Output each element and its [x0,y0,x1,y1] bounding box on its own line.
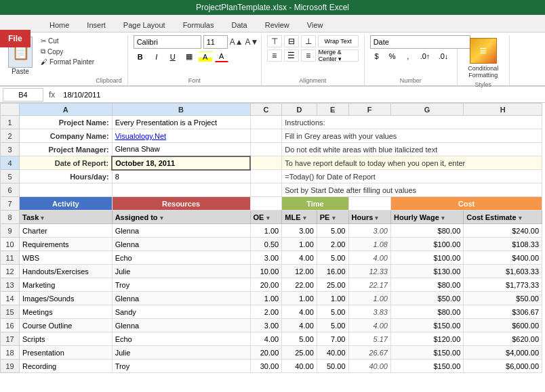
cut-button[interactable]: ✂ Cut [39,37,96,45]
merge-center-button[interactable]: Merge & Center ▾ [318,49,359,62]
function-icon[interactable]: fx [46,90,58,100]
cell-mle-12[interactable]: 12.00 [282,265,317,278]
cell-b5[interactable]: 8 [112,170,250,183]
cell-pe-14[interactable]: 1.00 [317,292,348,305]
cell-b1[interactable]: Every Presentation is a Project [112,116,250,129]
cell-activity-header[interactable]: Activity [20,197,113,211]
cell-d5[interactable]: =Today() for Date of Report [282,170,542,183]
cell-hours-9[interactable]: 3.00 [348,224,390,238]
cell-wage-15[interactable]: $80.00 [390,305,463,319]
cell-oe-18[interactable]: 20.00 [250,346,282,360]
cell-pe-9[interactable]: 5.00 [317,224,348,238]
cell-oe-17[interactable]: 4.00 [250,332,282,346]
cell-wage-10[interactable]: $100.00 [390,238,463,251]
cell-oe-11[interactable]: 3.00 [250,251,282,265]
col-header-e[interactable]: E [317,104,348,116]
cell-wage-17[interactable]: $120.00 [390,332,463,346]
cell-a6[interactable] [20,183,113,197]
align-right-button[interactable]: ≡ [301,49,316,62]
cell-a2[interactable]: Company Name: [20,129,113,143]
cell-pe-11[interactable]: 5.00 [317,251,348,265]
align-center-button[interactable]: ☰ [284,49,299,62]
oe-filter-icon[interactable]: ▾ [266,215,270,221]
cell-b3[interactable]: Glenna Shaw [112,143,250,156]
percent-button[interactable]: % [386,51,399,62]
cell-assigned-14[interactable]: Glenna [112,292,250,305]
cell-a4[interactable]: Date of Report: [20,156,113,170]
cell-task-11[interactable]: WBS [20,251,113,265]
cell-wage-16[interactable]: $150.00 [390,319,463,332]
cell-c1[interactable] [250,116,282,129]
font-size-decrease[interactable]: A▼ [245,37,259,47]
cell-assigned-19[interactable]: Troy [112,360,250,373]
col-header-c[interactable]: C [250,104,282,116]
cell-time-header[interactable]: Time [282,197,348,211]
number-format-input[interactable] [370,35,470,49]
cell-assigned-12[interactable]: Julie [112,265,250,278]
mle-filter-icon[interactable]: ▾ [303,215,306,221]
cell-assigned-header[interactable]: Assigned to ▾ [112,211,250,224]
cell-mle-18[interactable]: 25.00 [282,346,317,360]
cell-wage-13[interactable]: $80.00 [390,278,463,292]
file-button[interactable]: File [0,30,31,47]
cell-cost-13[interactable]: $1,773.33 [464,278,542,292]
cell-reference-box[interactable] [3,88,43,102]
cell-c5[interactable] [250,170,282,183]
cell-task-12[interactable]: Handouts/Exercises [20,265,113,278]
cell-resources-header[interactable]: Resources [112,197,250,211]
cell-hours-18[interactable]: 26.67 [348,346,390,360]
cell-hours-11[interactable]: 4.00 [348,251,390,265]
wage-filter-icon[interactable]: ▾ [441,215,445,221]
copy-button[interactable]: ⧉ Copy [39,47,96,56]
cell-oe-10[interactable]: 0.50 [250,238,282,251]
cell-cost-9[interactable]: $240.00 [464,224,542,238]
cell-mle-19[interactable]: 40.00 [282,360,317,373]
cell-mle-13[interactable]: 22.00 [282,278,317,292]
cell-hours-10[interactable]: 1.08 [348,238,390,251]
cell-wage-11[interactable]: $100.00 [390,251,463,265]
cell-cost-10[interactable]: $108.33 [464,238,542,251]
cell-task-18[interactable]: Presentation [20,346,113,360]
cell-mle-16[interactable]: 4.00 [282,319,317,332]
decrease-decimal-button[interactable]: .0↓ [435,51,451,62]
cell-d1[interactable]: Instructions: [282,116,542,129]
cell-d6[interactable]: Sort by Start Date after filling out val… [282,183,542,197]
cell-mle-14[interactable]: 1.00 [282,292,317,305]
col-header-a[interactable]: A [20,104,113,116]
cell-hours-16[interactable]: 4.00 [348,319,390,332]
cell-hours-19[interactable]: 40.00 [348,360,390,373]
cell-assigned-16[interactable]: Glenna [112,319,250,332]
tab-view[interactable]: View [298,18,332,32]
wrap-text-button[interactable]: Wrap Text [318,35,359,47]
currency-button[interactable]: $ [370,51,384,62]
col-header-h[interactable]: H [464,104,542,116]
italic-button[interactable]: I [150,51,163,62]
cell-mle-10[interactable]: 1.00 [282,238,317,251]
font-name-input[interactable] [134,35,201,49]
col-header-b[interactable]: B [112,104,250,116]
cell-f7[interactable] [348,197,390,211]
cell-pe-10[interactable]: 2.00 [317,238,348,251]
cell-mle-9[interactable]: 3.00 [282,224,317,238]
cell-c6[interactable] [250,183,282,197]
cell-hours-14[interactable]: 1.00 [348,292,390,305]
cell-mle-15[interactable]: 4.00 [282,305,317,319]
cell-task-13[interactable]: Marketing [20,278,113,292]
cell-cost-header[interactable]: Cost [390,197,542,211]
tab-insert[interactable]: Insert [78,18,115,32]
align-middle-button[interactable]: ⊟ [284,35,299,47]
cell-task-14[interactable]: Images/Sounds [20,292,113,305]
cell-oe-header[interactable]: OE ▾ [250,211,282,224]
cell-hours-13[interactable]: 22.17 [348,278,390,292]
cell-task-16[interactable]: Course Outline [20,319,113,332]
cell-task-9[interactable]: Charter [20,224,113,238]
cell-assigned-13[interactable]: Troy [112,278,250,292]
cell-cost-11[interactable]: $400.00 [464,251,542,265]
tab-data[interactable]: Data [222,18,256,32]
fill-color-button[interactable]: A [199,51,212,62]
cell-d4[interactable]: To have report default to today when you… [282,156,542,170]
cell-oe-14[interactable]: 1.00 [250,292,282,305]
cell-task-10[interactable]: Requirements [20,238,113,251]
cell-wage-header[interactable]: Hourly Wage ▾ [390,211,463,224]
cell-hours-17[interactable]: 5.17 [348,332,390,346]
